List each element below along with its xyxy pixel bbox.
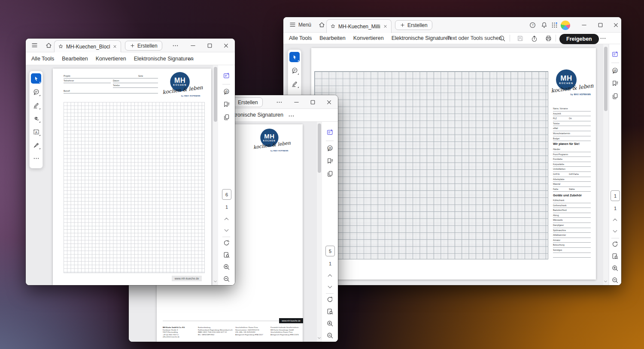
minimize-button[interactable] [189, 42, 197, 49]
close-button[interactable] [222, 42, 230, 49]
home-icon[interactable] [45, 42, 52, 49]
tab-close-icon[interactable] [112, 44, 117, 49]
draw-tool[interactable] [31, 113, 41, 123]
page-thumbnails-icon[interactable] [326, 170, 334, 178]
form-field-row: Arbeitsplatte [553, 177, 591, 182]
zoom-out-icon[interactable] [326, 332, 334, 339]
search-input[interactable]: Text oder Tools suchen [447, 35, 502, 41]
scrollbar-thumb[interactable] [604, 47, 608, 111]
menu-item[interactable]: Bearbeiten [58, 56, 91, 62]
toolbar-overflow-icon[interactable] [599, 35, 607, 42]
share-button[interactable]: Freigeben [559, 34, 599, 44]
scrollbar-thumb[interactable] [318, 123, 321, 173]
menu-item[interactable]: Alle Tools [285, 35, 316, 41]
app-launcher-grid-icon[interactable] [551, 21, 558, 29]
hamburger-menu-icon[interactable] [289, 21, 296, 28]
upload-share-icon[interactable] [531, 35, 538, 42]
notifications-bell-icon[interactable] [541, 21, 548, 29]
comment-tool[interactable] [289, 65, 300, 75]
hamburger-menu-icon[interactable] [31, 42, 38, 49]
maximize-button[interactable] [206, 42, 213, 49]
document-tab[interactable]: MH-Kuechen_Millim... [326, 19, 392, 33]
page-thumbnails-icon[interactable] [223, 114, 230, 121]
bookmarks-panel-icon[interactable] [223, 101, 230, 108]
titlebar-overflow-icon[interactable] [172, 42, 179, 49]
ai-assistant-icon[interactable] [223, 72, 230, 79]
print-icon[interactable] [545, 35, 552, 42]
page-preview-icon[interactable] [611, 253, 619, 260]
vertical-scrollbar[interactable] [603, 44, 608, 285]
highlight-tool[interactable] [31, 100, 41, 110]
page-thumbnails-icon[interactable] [611, 93, 619, 100]
menu-item[interactable]: Bearbeiten [316, 35, 349, 41]
avatar[interactable] [561, 21, 570, 30]
form-field-row: Händler [553, 147, 591, 152]
star-icon[interactable] [330, 24, 336, 29]
home-icon[interactable] [318, 21, 325, 28]
rotate-page-icon[interactable] [611, 241, 619, 248]
next-page-icon[interactable] [223, 227, 230, 234]
footer-column-company: Persönlich haftende Gesellschafterin:MH … [270, 326, 305, 336]
select-tool[interactable] [289, 52, 300, 62]
comments-panel-icon[interactable] [611, 67, 619, 74]
minimize-button[interactable] [293, 99, 300, 106]
mh-kuechen-logo: MHKÜCHEN kochen & leben by MAX HOFMANN [164, 72, 200, 99]
scroll-down-icon[interactable] [317, 336, 322, 340]
menu-overflow-icon[interactable] [288, 112, 295, 120]
menu-item[interactable]: Elektronische Signaturen [388, 35, 455, 41]
page-preview-icon[interactable] [326, 308, 334, 315]
save-icon[interactable] [516, 35, 524, 42]
text-box-tool[interactable] [31, 126, 41, 137]
rotate-page-icon[interactable] [223, 239, 230, 247]
star-icon[interactable] [58, 44, 64, 49]
next-page-icon[interactable] [611, 228, 619, 235]
vertical-scrollbar[interactable] [213, 65, 218, 285]
ai-assistant-icon[interactable] [326, 129, 334, 136]
menu-overflow-icon[interactable] [187, 56, 194, 63]
close-button[interactable] [325, 99, 333, 106]
more-tools[interactable] [31, 153, 41, 163]
bookmarks-panel-icon[interactable] [611, 80, 619, 87]
previous-page-icon[interactable] [326, 272, 334, 279]
previous-page-icon[interactable] [223, 215, 230, 223]
ai-assistant-icon[interactable] [611, 51, 619, 58]
create-button[interactable]: Erstellen [125, 41, 162, 51]
zoom-out-icon[interactable] [611, 277, 619, 284]
comments-panel-icon[interactable] [223, 88, 230, 95]
tab-close-icon[interactable] [383, 24, 388, 29]
maximize-button[interactable] [597, 21, 604, 29]
scroll-down-icon[interactable] [213, 279, 218, 284]
page-number-box[interactable]: 1 [611, 190, 620, 201]
create-button[interactable]: Erstellen [395, 20, 432, 30]
zoom-out-icon[interactable] [223, 275, 230, 283]
select-tool[interactable] [31, 73, 41, 84]
vertical-scrollbar[interactable] [317, 122, 322, 342]
rotate-page-icon[interactable] [326, 296, 334, 303]
page-number-box[interactable]: 5 [325, 246, 335, 256]
menu-item[interactable]: Alle Tools [27, 56, 58, 62]
page-preview-icon[interactable] [223, 251, 230, 259]
scrollbar-thumb[interactable] [214, 67, 217, 122]
menu-button-label[interactable]: Menü [298, 22, 311, 28]
next-page-icon[interactable] [326, 283, 334, 291]
close-button[interactable] [612, 21, 620, 29]
minimize-button[interactable] [580, 21, 588, 29]
menu-item[interactable]: Konvertieren [92, 56, 130, 62]
highlight-tool[interactable] [289, 78, 300, 89]
sign-tool[interactable] [31, 140, 41, 150]
zoom-in-icon[interactable] [611, 265, 619, 272]
titlebar-overflow-icon[interactable] [276, 99, 283, 106]
page-number-box[interactable]: 6 [222, 189, 231, 200]
comments-panel-icon[interactable] [326, 144, 334, 152]
document-tab[interactable]: MH-Kuechen_Block-... [54, 40, 121, 52]
maximize-button[interactable] [309, 99, 316, 106]
scroll-down-icon[interactable] [603, 279, 608, 284]
bookmarks-panel-icon[interactable] [326, 157, 334, 165]
previous-page-icon[interactable] [611, 216, 619, 223]
menu-item[interactable]: Konvertieren [349, 35, 388, 41]
search-icon[interactable] [498, 35, 506, 42]
zoom-in-icon[interactable] [326, 320, 334, 327]
help-icon[interactable] [529, 21, 536, 29]
zoom-in-icon[interactable] [223, 263, 230, 271]
comment-tool[interactable] [31, 87, 41, 97]
